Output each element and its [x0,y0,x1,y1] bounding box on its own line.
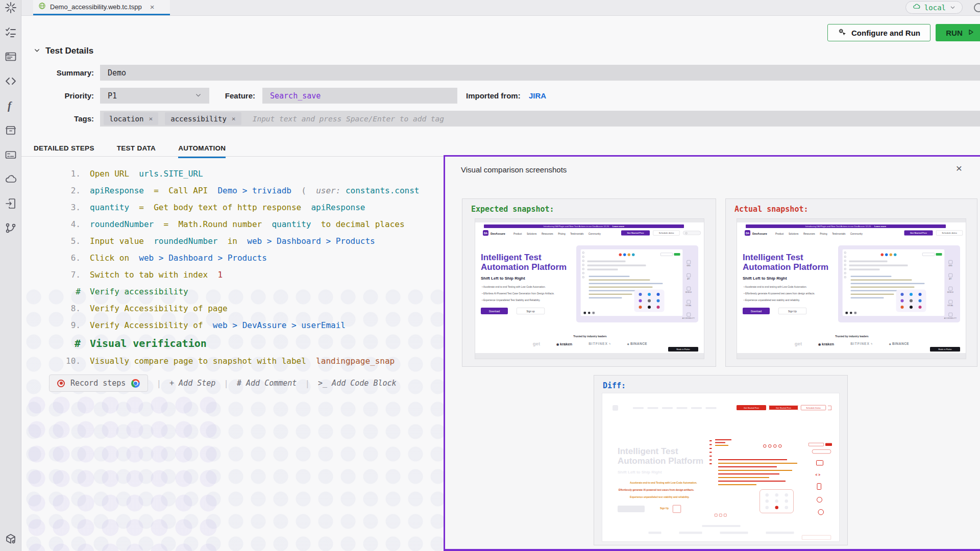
tags-input[interactable]: location × accessibility × Input text an… [100,111,980,127]
run-button[interactable]: RUN [936,24,980,41]
landing-hero-subtitle: Shift Left to Ship Right [743,276,787,281]
checklist-icon[interactable] [5,26,17,38]
browser-window-icon[interactable] [5,51,17,63]
landing-hero-title: Intelligent TestAutomation Platform [743,252,828,272]
step-number: 1. [51,169,81,179]
list-item: Resources [803,232,815,235]
list-item: Community [589,232,601,235]
diff-label: Diff: [603,381,626,390]
list-item: kraken [818,341,834,346]
landing-nav-ctas: Get Started Free Schedule demo [621,231,701,236]
record-icon [57,380,65,387]
environment-selector[interactable]: local [905,1,963,14]
refresh-icon[interactable] [972,2,980,16]
diff-code-glyph: < > [816,473,820,477]
chevron-down-icon [950,3,955,12]
section-title: Test Details [45,46,93,56]
comment-marker: # [51,287,81,296]
function-icon[interactable]: f [5,99,17,112]
add-comment-button[interactable]: # Add Comment [237,379,297,388]
configure-and-run-label: Configure and Run [851,29,920,37]
landing-download-button: Download [481,308,508,314]
landing-bullets: Accelerate end-to-end Testing with Low-C… [482,285,554,305]
diff-image: Get Started Free Get Started Free Schedu… [602,393,840,542]
landing-logos: getkrakenBITFINEXBINANCE [475,341,704,346]
id-card-icon[interactable] [5,148,17,161]
step-number: 5. [51,236,81,246]
diff-phone-outline [817,483,822,490]
diff-text-line: Experience unparalleled test stability a… [630,495,690,498]
ghost-logo [612,405,618,411]
landing-nav-ctas: Get Started Free Schedule demo [904,231,963,236]
steps-tab-strip: DETAILED STEPS TEST DATA AUTOMATION [34,144,226,158]
app-window: f Demo_accessibility.web.tc.tspp × [0,0,980,551]
jira-link[interactable]: JIRA [529,91,546,100]
package-settings-icon[interactable] [5,533,17,545]
cloud-icon[interactable] [5,173,17,185]
list-item: get [533,341,540,346]
list-item: kraken [556,341,572,346]
add-code-block-button[interactable]: >_ Add Code Block [318,379,397,388]
step-number: 6. [51,253,81,263]
landing-signup-button: Sign Up [778,308,806,314]
git-branch-icon[interactable] [5,222,17,234]
sparkle-icon[interactable] [5,2,17,14]
record-steps-button[interactable]: Record steps [49,374,148,392]
tab-automation[interactable]: AUTOMATION [178,144,226,158]
landing-hero-subtitle: Shift Left to Ship Right [481,276,525,281]
step-number: 2. [51,186,81,195]
cloud-env-icon [913,3,920,12]
landing-ide-screenshot: WEBAPIMOBILEVISUALACCESSIBILITY [838,245,960,322]
step-number: 10. [51,356,81,366]
ghost-nav [633,407,717,409]
remove-tag-icon[interactable]: × [149,115,153,122]
tag-text: accessibility [170,115,227,123]
diff-text-line: Accelerate end-to-end Testing with Low-C… [630,481,697,484]
configure-and-run-button[interactable]: Configure and Run [827,24,930,41]
test-details-header[interactable]: Test Details [34,46,93,56]
step-number: 3. [51,203,81,212]
landing-nav: ProductSolutionsResourcesPricingTestimon… [775,232,863,235]
actual-snapshot-label: Actual snapshot: [734,205,808,214]
list-item: Effortlessly generate AI-powered test ca… [744,292,815,295]
list-item: Testimonials [570,232,583,235]
list-item: WEB [681,260,696,266]
list-item: Solutions [789,232,799,235]
feature-input[interactable]: Search_save [262,88,457,104]
landing-hero-title: Intelligent TestAutomation Platform [481,252,567,272]
step-number: 9. [51,320,81,330]
tab-test-data[interactable]: TEST DATA [117,144,156,158]
add-step-button[interactable]: + Add Step [169,379,215,388]
tags-placeholder: Input text and press Space/Enter to add … [253,115,444,123]
step-actions-bar: Record steps | + Add Step | # Add Commen… [49,374,397,392]
import-file-icon[interactable] [5,197,17,210]
summary-input[interactable]: Demo [100,65,980,81]
editor-tab[interactable]: Demo_accessibility.web.tc.tspp × [33,0,170,15]
imported-from-label: Imported from: [466,91,521,100]
list-item: Effortless AI-Powered Test Case Generati… [482,292,554,295]
list-item: BITFINEX [850,342,873,346]
landing-logos: getkrakenBITFINEXBINANCE [737,341,966,346]
code-icon[interactable] [5,75,17,87]
landing-search [683,231,701,235]
ghost-trusted-bar [702,525,741,527]
run-label: RUN [946,29,963,37]
tab-detailed-steps[interactable]: DETAILED STEPS [34,144,94,158]
diff-monitor-outline [816,460,823,466]
landing-logo: DA [745,230,750,236]
remove-tag-icon[interactable]: × [232,115,236,122]
list-item: BITFINEX [589,342,611,346]
landing-signup-button: Sign up [517,308,545,314]
tab-close-icon[interactable]: × [150,3,155,11]
tag-text: location [109,115,143,123]
environment-label: local [924,4,946,12]
landing-logo: DA [483,230,488,236]
tag-chip[interactable]: location × [104,112,158,125]
archive-box-icon[interactable] [5,124,17,136]
expected-snapshot-image: Introducing DA Plugin and New Test Actio… [475,218,704,359]
tag-chip[interactable]: accessibility × [165,112,241,125]
modal-close-icon[interactable]: × [956,163,962,173]
list-item: BINANCE [627,342,647,346]
ghost-hero-title: Intelligent TestAutomation Platform [618,446,703,466]
diff-signup-box [673,505,681,513]
